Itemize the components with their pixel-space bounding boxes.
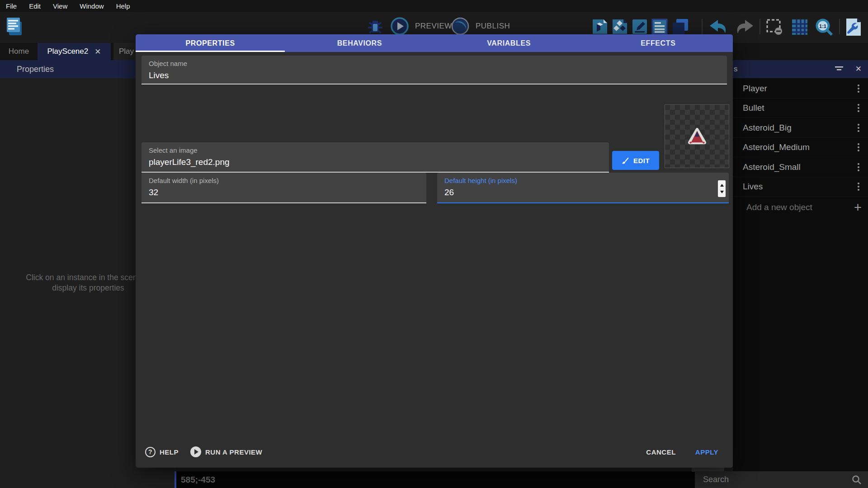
stepper-down-icon[interactable] [720, 191, 724, 193]
dialog-tab-effects[interactable]: EFFECTS [584, 34, 733, 52]
row-menu-icon[interactable] [858, 163, 859, 171]
tab-home[interactable]: Home [0, 43, 38, 60]
menu-help[interactable]: Help [116, 2, 130, 10]
default-width-value[interactable]: 32 [149, 188, 419, 197]
apply-button[interactable]: APPLY [695, 448, 718, 456]
toolbar-separator [760, 19, 760, 34]
search-icon [852, 475, 862, 485]
run-preview-button[interactable]: RUN A PREVIEW [190, 446, 262, 457]
ship-sprite [687, 127, 708, 146]
grid-icon[interactable] [791, 19, 808, 36]
publish-button[interactable]: PUBLISH [451, 17, 510, 35]
row-menu-icon[interactable] [858, 183, 859, 191]
object-row-asteroid-small[interactable]: Asteroid_Small [733, 158, 868, 177]
close-panel-icon[interactable]: ✕ [855, 64, 862, 74]
toolbar-separator [839, 19, 840, 34]
object-row-asteroid-medium[interactable]: Asteroid_Medium [733, 138, 868, 157]
preview-label: PREVIEW [415, 22, 452, 31]
menu-view[interactable]: View [53, 2, 67, 10]
editor-settings-icon[interactable] [844, 18, 863, 37]
dialog-tab-bar: PROPERTIES BEHAVIORS VARIABLES EFFECTS [136, 34, 733, 52]
menu-bar: File Edit View Window Help [0, 0, 868, 12]
image-select-label: Select an image [149, 146, 602, 154]
instances-list-icon[interactable] [651, 18, 668, 35]
tab-playscene2[interactable]: PlayScene2 ✕ [38, 43, 111, 60]
objects-panel: s ✕ Player Bullet Asteroid_Big Asteroid_… [733, 60, 868, 471]
cursor-coordinates-bar: 585;-453 [176, 471, 695, 488]
object-name-field[interactable]: Object name Lives [142, 56, 727, 84]
object-groups-icon[interactable] [611, 18, 628, 35]
add-object-row[interactable]: Add a new object + [733, 197, 868, 218]
publish-globe-icon [451, 17, 469, 35]
default-height-value[interactable]: 26 [444, 188, 722, 197]
dialog-tab-behaviors[interactable]: BEHAVIORS [285, 34, 434, 52]
row-menu-icon[interactable] [858, 84, 859, 93]
default-height-field[interactable]: Default height (in pixels) 26 [437, 173, 729, 203]
edit-scene-icon[interactable] [631, 18, 648, 35]
row-menu-icon[interactable] [858, 124, 859, 132]
stepper-up-icon[interactable] [720, 184, 724, 187]
object-row-lives[interactable]: Lives [733, 177, 868, 197]
cancel-button[interactable]: CANCEL [646, 448, 676, 456]
preview-button[interactable]: PREVIEW [391, 17, 452, 35]
svg-text:1:1: 1:1 [819, 23, 826, 29]
run-preview-play-icon [190, 446, 201, 457]
edit-image-button[interactable]: EDIT [612, 151, 659, 170]
image-select-value[interactable]: playerLife3_red2.png [149, 157, 602, 167]
tab-close-icon[interactable]: ✕ [94, 47, 101, 56]
objects-panel-header: s ✕ [733, 60, 868, 78]
default-width-field[interactable]: Default width (in pixels) 32 [142, 173, 426, 203]
object-row-player[interactable]: Player [733, 79, 868, 99]
cursor-coordinates: 585;-453 [181, 475, 215, 485]
image-select-field[interactable]: Select an image playerLife3_red2.png [142, 142, 609, 173]
redo-icon[interactable] [733, 19, 754, 35]
gdevelop-editor-window: File Edit View Window Help [0, 0, 868, 488]
row-menu-icon[interactable] [858, 143, 859, 151]
brush-icon [622, 157, 629, 164]
window-mask-icon[interactable] [766, 19, 783, 36]
default-width-label: Default width (in pixels) [149, 177, 419, 184]
layers-panel-icon[interactable] [671, 18, 689, 35]
object-name-value[interactable]: Lives [149, 70, 720, 80]
undo-icon[interactable] [709, 19, 730, 35]
menu-edit[interactable]: Edit [29, 2, 41, 10]
objects-panel-icon[interactable] [591, 18, 609, 35]
objects-search-bar [695, 471, 868, 488]
object-row-bullet[interactable]: Bullet [733, 99, 868, 118]
filter-icon[interactable] [835, 66, 843, 72]
objects-panel-title-visible: s [734, 65, 738, 74]
project-manager-icon[interactable] [5, 16, 24, 37]
sprite-preview [665, 104, 729, 168]
default-height-label: Default height (in pixels) [444, 177, 722, 184]
add-icon: + [854, 201, 862, 214]
object-name-label: Object name [149, 60, 720, 67]
toolbar-separator [702, 19, 703, 34]
help-button[interactable]: ? HELP [145, 447, 179, 457]
menu-file[interactable]: File [6, 2, 17, 10]
debug-icon[interactable] [367, 18, 383, 36]
dialog-footer: ? HELP RUN A PREVIEW CANCEL APPLY [136, 440, 733, 468]
row-menu-icon[interactable] [858, 104, 859, 112]
dialog-body: Object name Lives Select an image player… [136, 52, 733, 468]
preview-play-icon [391, 17, 409, 35]
menu-window[interactable]: Window [80, 2, 104, 10]
dialog-tab-variables[interactable]: VARIABLES [434, 34, 584, 52]
object-properties-dialog: PROPERTIES BEHAVIORS VARIABLES EFFECTS O… [136, 34, 733, 468]
number-stepper[interactable] [718, 180, 726, 197]
publish-label: PUBLISH [476, 22, 510, 31]
dialog-tab-properties[interactable]: PROPERTIES [136, 34, 285, 52]
help-icon: ? [145, 447, 156, 457]
search-input[interactable] [695, 475, 840, 484]
object-row-asteroid-big[interactable]: Asteroid_Big [733, 118, 868, 138]
zoom-one-to-one-icon[interactable]: 1:1 [815, 18, 834, 37]
